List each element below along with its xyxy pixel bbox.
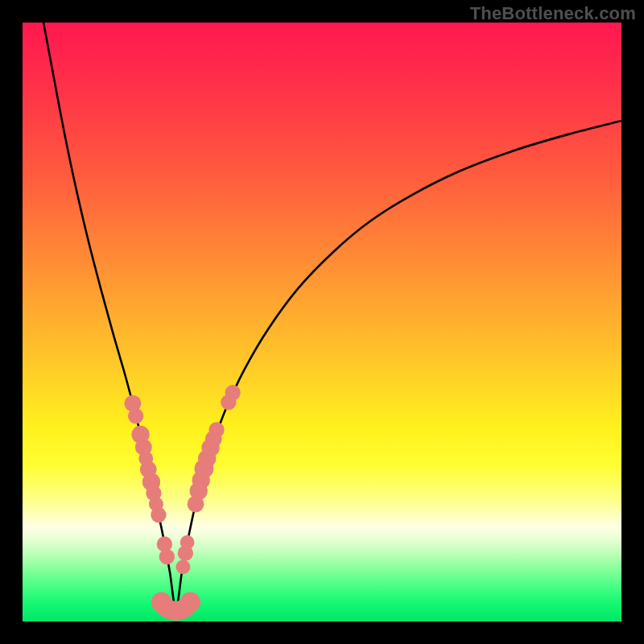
highlight-marker (208, 422, 224, 437)
marker-group (124, 385, 240, 621)
curve-layer (23, 23, 621, 621)
highlight-marker (159, 549, 175, 564)
plot-area (23, 23, 621, 621)
highlight-marker (175, 559, 190, 574)
bottleneck-curve (43, 23, 621, 609)
highlight-marker (225, 385, 240, 400)
chart-frame: TheBottleneck.com (0, 0, 644, 644)
highlight-marker (180, 592, 200, 613)
highlight-marker (151, 507, 166, 522)
highlight-marker (128, 408, 143, 423)
highlight-marker (180, 535, 195, 550)
watermark-text: TheBottleneck.com (470, 3, 636, 24)
